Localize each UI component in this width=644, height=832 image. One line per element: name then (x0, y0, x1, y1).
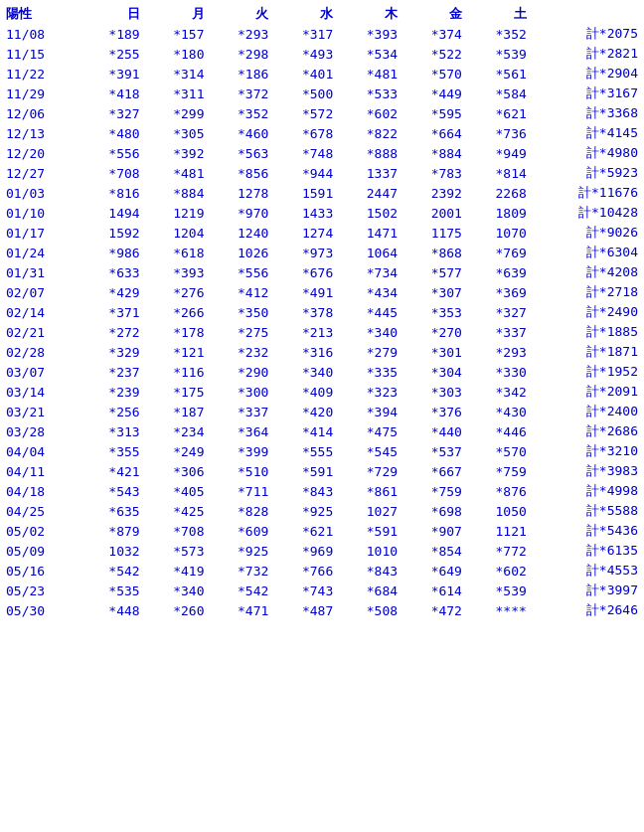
cell-r4-c5: *602 (337, 103, 402, 123)
cell-r15-c7: *337 (466, 322, 531, 342)
cell-r27-c5: *843 (337, 561, 402, 581)
cell-r26-c7: *772 (466, 541, 531, 561)
cell-r29-c2: *260 (144, 600, 209, 620)
cell-r11-c4: *973 (272, 243, 337, 262)
table-row: 02/21*272*178*275*213*340*270*337計*1885 (2, 322, 642, 342)
table-row: 12/06*327*299*352*572*602*595*621計*3368 (2, 103, 642, 123)
table-row: 04/04*355*249*399*555*545*537*570計*3210 (2, 441, 642, 461)
cell-r29-c7: **** (466, 600, 531, 620)
cell-r21-c4: *555 (272, 441, 337, 461)
cell-r11-c0: 01/24 (2, 243, 80, 262)
cell-r4-c4: *572 (272, 103, 337, 123)
cell-r11-c6: *868 (402, 243, 466, 262)
cell-r24-c2: *425 (144, 501, 209, 521)
cell-r24-c4: *925 (272, 501, 337, 521)
cell-r12-c2: *393 (144, 262, 209, 282)
cell-r3-c6: *449 (402, 83, 466, 103)
cell-r10-c4: 1274 (272, 223, 337, 243)
cell-r8-c1: *816 (80, 183, 144, 203)
cell-r22-c6: *667 (402, 461, 466, 481)
cell-r28-c0: 05/23 (2, 581, 80, 600)
cell-r21-c3: *399 (209, 441, 273, 461)
cell-r9-c2: 1219 (144, 203, 209, 223)
cell-r9-c1: 1494 (80, 203, 144, 223)
cell-r9-c7: 1809 (466, 203, 531, 223)
cell-r23-c8: 計*4998 (531, 481, 642, 501)
table-row: 05/16*542*419*732*766*843*649*602計*4553 (2, 561, 642, 581)
cell-r26-c1: 1032 (80, 541, 144, 561)
cell-r7-c2: *481 (144, 163, 209, 183)
table-row: 03/14*239*175*300*409*323*303*342計*2091 (2, 382, 642, 402)
cell-r19-c5: *394 (337, 402, 402, 421)
table-row: 01/24*986*6181026*9731064*868*769計*6304 (2, 243, 642, 262)
cell-r22-c4: *591 (272, 461, 337, 481)
cell-r13-c3: *412 (209, 282, 273, 302)
cell-r29-c3: *471 (209, 600, 273, 620)
cell-r4-c7: *621 (466, 103, 531, 123)
cell-r15-c4: *213 (272, 322, 337, 342)
cell-r28-c2: *340 (144, 581, 209, 600)
table-row: 03/07*237*116*290*340*335*304*330計*1952 (2, 362, 642, 382)
cell-r0-c0: 11/08 (2, 24, 80, 44)
cell-r19-c2: *187 (144, 402, 209, 421)
cell-r25-c4: *621 (272, 521, 337, 541)
cell-r2-c6: *570 (402, 64, 466, 83)
cell-r20-c1: *313 (80, 421, 144, 441)
cell-r17-c2: *116 (144, 362, 209, 382)
cell-r15-c6: *270 (402, 322, 466, 342)
cell-r22-c0: 04/11 (2, 461, 80, 481)
cell-r22-c8: 計*3983 (531, 461, 642, 481)
table-row: 11/08*189*157*293*317*393*374*352計*2075 (2, 24, 642, 44)
cell-r17-c0: 03/07 (2, 362, 80, 382)
table-row: 01/03*816*88412781591244723922268計*11676 (2, 183, 642, 203)
cell-r7-c8: 計*5923 (531, 163, 642, 183)
cell-r9-c5: 1502 (337, 203, 402, 223)
cell-r26-c3: *925 (209, 541, 273, 561)
cell-r4-c8: 計*3368 (531, 103, 642, 123)
cell-r14-c0: 02/14 (2, 302, 80, 322)
cell-r3-c3: *372 (209, 83, 273, 103)
cell-r27-c7: *602 (466, 561, 531, 581)
table-row: 05/23*535*340*542*743*684*614*539計*3997 (2, 581, 642, 600)
cell-r25-c6: *907 (402, 521, 466, 541)
cell-r9-c6: 2001 (402, 203, 466, 223)
cell-r10-c0: 01/17 (2, 223, 80, 243)
cell-r13-c5: *434 (337, 282, 402, 302)
cell-r0-c3: *293 (209, 24, 273, 44)
cell-r7-c3: *856 (209, 163, 273, 183)
cell-r2-c8: 計*2904 (531, 64, 642, 83)
cell-r14-c1: *371 (80, 302, 144, 322)
table-row: 02/28*329*121*232*316*279*301*293計*1871 (2, 342, 642, 362)
cell-r8-c0: 01/03 (2, 183, 80, 203)
cell-r10-c6: 1175 (402, 223, 466, 243)
cell-r17-c6: *304 (402, 362, 466, 382)
cell-r16-c4: *316 (272, 342, 337, 362)
cell-r6-c4: *748 (272, 143, 337, 163)
cell-r24-c0: 04/25 (2, 501, 80, 521)
cell-r10-c1: 1592 (80, 223, 144, 243)
cell-r2-c2: *314 (144, 64, 209, 83)
table-row: 04/18*543*405*711*843*861*759*876計*4998 (2, 481, 642, 501)
cell-r10-c5: 1471 (337, 223, 402, 243)
cell-r3-c1: *418 (80, 83, 144, 103)
cell-r8-c2: *884 (144, 183, 209, 203)
cell-r19-c0: 03/21 (2, 402, 80, 421)
cell-r8-c6: 2392 (402, 183, 466, 203)
table-row: 02/07*429*276*412*491*434*307*369計*2718 (2, 282, 642, 302)
cell-r12-c5: *734 (337, 262, 402, 282)
cell-r16-c5: *279 (337, 342, 402, 362)
cell-r27-c6: *649 (402, 561, 466, 581)
table-row: 12/13*480*305*460*678*822*664*736計*4145 (2, 123, 642, 143)
cell-r13-c2: *276 (144, 282, 209, 302)
cell-r20-c4: *414 (272, 421, 337, 441)
cell-r19-c1: *256 (80, 402, 144, 421)
cell-r4-c0: 12/06 (2, 103, 80, 123)
cell-r2-c1: *391 (80, 64, 144, 83)
column-header-5: 木 (337, 4, 402, 24)
cell-r5-c7: *736 (466, 123, 531, 143)
cell-r19-c6: *376 (402, 402, 466, 421)
cell-r27-c2: *419 (144, 561, 209, 581)
cell-r11-c7: *769 (466, 243, 531, 262)
cell-r22-c2: *306 (144, 461, 209, 481)
cell-r14-c3: *350 (209, 302, 273, 322)
